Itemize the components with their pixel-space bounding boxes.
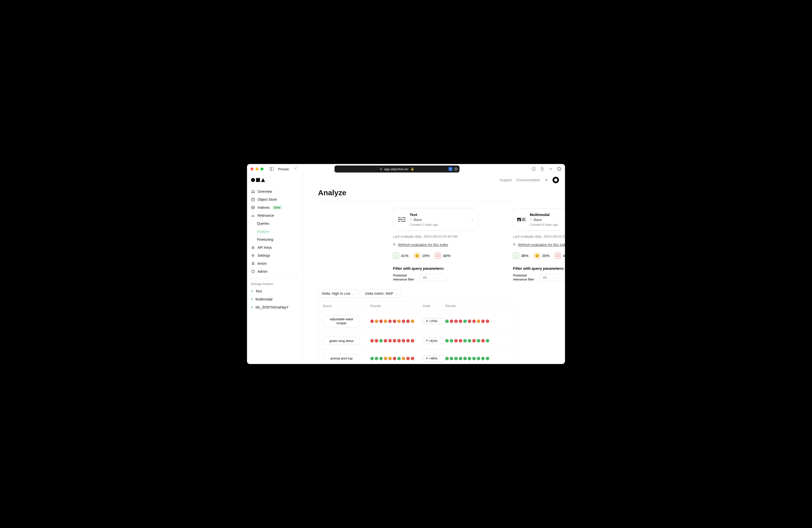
bad-dot-icon bbox=[468, 320, 471, 323]
model-name: Text bbox=[410, 212, 474, 217]
audio-icon[interactable] bbox=[449, 167, 452, 171]
support-link[interactable]: Support bbox=[500, 178, 512, 182]
query-button[interactable]: green long dress bbox=[323, 337, 360, 345]
sidebar-index-item[interactable]: Text bbox=[250, 287, 300, 295]
bad-dot-icon bbox=[388, 339, 392, 342]
sidebar-item-finetuning[interactable]: Finetuning bbox=[250, 235, 300, 244]
tabs-icon[interactable] bbox=[557, 167, 562, 171]
refresh-link[interactable]: Refresh evaluation for this Index bbox=[518, 243, 565, 247]
neutral-icon: 😐 bbox=[534, 253, 540, 259]
divider bbox=[250, 278, 300, 278]
stat-value: 41% bbox=[401, 253, 408, 258]
sidebar-item-overview[interactable]: Overview bbox=[250, 188, 300, 195]
svg-point-6 bbox=[252, 255, 253, 256]
share-icon[interactable] bbox=[540, 167, 545, 171]
avatar[interactable] bbox=[552, 177, 559, 183]
browser-chrome: Private ☰ app.objective.inc 🔒 ⋯ + bbox=[247, 164, 565, 174]
sidebar-item-settings[interactable]: Settings bbox=[250, 251, 300, 260]
url-bar[interactable]: ☰ app.objective.inc 🔒 ⋯ bbox=[334, 165, 460, 173]
relevance-filter-select[interactable]: All ⌄ bbox=[420, 274, 447, 281]
theme-toggle-icon[interactable]: ☀ bbox=[545, 178, 548, 182]
query-button[interactable]: animal print top bbox=[323, 354, 360, 363]
svg-point-7 bbox=[252, 263, 253, 264]
manage-indexes-heading: Manage Indexes bbox=[250, 281, 300, 287]
stat-value: 20% bbox=[542, 253, 550, 258]
select-value: All bbox=[423, 276, 427, 279]
arrow-up-right-icon bbox=[425, 357, 428, 360]
delta-value: +70% bbox=[429, 319, 437, 323]
filter-heading: Filter with query parameters: bbox=[513, 266, 565, 270]
eval-date: Last evaluate date: 2024-08-03 03:49 PM bbox=[393, 234, 478, 239]
bad-dot-icon bbox=[402, 320, 405, 323]
neutral-icon: 😐 bbox=[414, 253, 420, 259]
sidebar-item-api-keys[interactable]: API Keys bbox=[250, 244, 300, 251]
download-icon[interactable] bbox=[532, 167, 536, 171]
back-button[interactable] bbox=[294, 166, 297, 172]
bad-dot-icon bbox=[486, 320, 489, 323]
sidebar-item-label: Analyze bbox=[257, 230, 270, 234]
created-label: Created 2 days ago bbox=[410, 223, 474, 226]
sidebar-item-label: Anton bbox=[258, 262, 267, 265]
select-value: Delta: High to Low bbox=[322, 292, 350, 295]
documentation-link[interactable]: Documentation bbox=[517, 178, 540, 182]
sidebar-index-item[interactable]: Multimodal bbox=[250, 295, 300, 303]
sidebar-item-queries[interactable]: Queries bbox=[250, 220, 300, 228]
close-window-button[interactable] bbox=[250, 167, 253, 171]
bad-dot-icon bbox=[406, 339, 410, 342]
refresh-link[interactable]: Refresh evaluation for this Index bbox=[398, 243, 448, 247]
stat-neutral: 😐 19% bbox=[414, 253, 430, 259]
neutral-dot-icon bbox=[402, 357, 405, 360]
sidebar-item-relevance[interactable]: Relevance bbox=[250, 211, 300, 220]
more-icon[interactable]: ⋯ bbox=[454, 167, 458, 171]
sidebar-item-label: Object Store bbox=[258, 197, 277, 202]
delta-sort-select[interactable]: Delta: High to Low ⌄ bbox=[318, 289, 358, 298]
bad-dot-icon bbox=[393, 357, 396, 360]
index-dot-icon bbox=[251, 306, 253, 308]
delta-badge: +46% bbox=[423, 355, 445, 362]
base-label: Base bbox=[534, 218, 542, 222]
svg-point-4 bbox=[252, 198, 254, 199]
new-tab-icon[interactable]: + bbox=[549, 167, 553, 171]
sidebar-item-label: Settings bbox=[258, 253, 270, 258]
good-dot-icon bbox=[445, 339, 449, 342]
filter-heading: Filter with query parameters: bbox=[393, 266, 478, 270]
good-dot-icon bbox=[454, 357, 458, 360]
sidebar-index-item[interactable]: idx_SO6YNXnaHqyY bbox=[250, 303, 300, 311]
chevron-down-icon: ⌄ bbox=[395, 292, 397, 295]
col-header-query: Query bbox=[323, 304, 370, 308]
status-dot-icon bbox=[530, 219, 532, 221]
chevron-down-icon: ⌄ bbox=[352, 292, 354, 295]
delta-badge: +62% bbox=[423, 338, 445, 344]
table-row: adjustable waist romper+70% bbox=[318, 310, 515, 332]
site-settings-icon[interactable]: ☰ bbox=[380, 167, 382, 171]
good-dot-icon bbox=[445, 357, 449, 360]
sidebar-item-object-store[interactable]: Object Store bbox=[250, 195, 300, 204]
base-selector[interactable]: Base ⌄ bbox=[530, 218, 565, 222]
good-dot-icon bbox=[463, 339, 467, 342]
relevance-filter-select[interactable]: All ⌄ bbox=[539, 274, 565, 281]
sidebar-item-anton[interactable]: Anton bbox=[250, 260, 300, 267]
model-card-right[interactable]: Multimodal Base ⌄ Created 6 days ago bbox=[513, 208, 565, 231]
base-selector[interactable]: Base ⌄ bbox=[410, 218, 474, 222]
delta-badge: +70% bbox=[423, 318, 445, 324]
good-dot-icon bbox=[486, 339, 489, 342]
sidebar-item-label: Queries bbox=[257, 221, 269, 225]
select-value: Delta metric: MAP bbox=[365, 292, 393, 295]
model-card-left[interactable]: Text Base ⌄ Created 2 days ago bbox=[393, 208, 478, 231]
good-dot-icon bbox=[379, 357, 383, 360]
sidebar-item-label: Overview bbox=[258, 190, 272, 193]
logo[interactable] bbox=[251, 178, 300, 182]
neutral-dot-icon bbox=[384, 320, 387, 323]
delta-metric-select[interactable]: Delta metric: MAP ⌄ bbox=[361, 289, 401, 298]
minimize-window-button[interactable] bbox=[256, 167, 259, 171]
sidebar-item-admin[interactable]: Admin bbox=[250, 267, 300, 276]
maximize-window-button[interactable] bbox=[261, 167, 263, 171]
bad-dot-icon bbox=[393, 320, 396, 323]
base-label: Base bbox=[414, 218, 422, 222]
sidebar-item-label: Relevance bbox=[258, 214, 274, 218]
bad-dot-icon bbox=[411, 339, 414, 342]
sidebar-item-analyze[interactable]: Analyze bbox=[250, 228, 300, 235]
sidebar-item-indexes[interactable]: Indexes Beta bbox=[250, 204, 300, 211]
sidebar-toggle-icon[interactable] bbox=[270, 167, 274, 171]
query-button[interactable]: adjustable waist romper bbox=[323, 315, 360, 327]
